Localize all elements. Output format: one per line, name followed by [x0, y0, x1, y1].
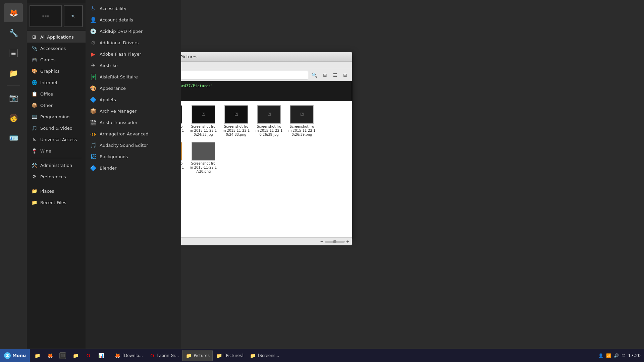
file-item-f13[interactable]: Screenshot from 2015-11-22 17:20.png: [188, 141, 218, 175]
terminal-taskbar-icon: ⬛: [59, 352, 66, 359]
zorin-logo-icon: Z: [4, 352, 11, 359]
cat-universal[interactable]: ♿ Universal Access: [27, 134, 86, 145]
additionaldrivers-icon: ⚙️: [90, 39, 97, 46]
app-item-aristatranscoder[interactable]: 🎬Arista Transcoder: [86, 117, 181, 128]
file-thumb-f5: 🖥: [192, 105, 215, 124]
app-item-blender[interactable]: 🔷Blender: [86, 162, 181, 174]
universal-icon: ♿: [31, 136, 38, 143]
app-item-aisleriot[interactable]: 🃏AisleRiot Solitaire: [86, 71, 181, 82]
applets-label: Applets: [100, 97, 116, 102]
taskbar-item-opera[interactable]: O: [82, 350, 94, 361]
taskbar-item-screens[interactable]: 📁 [Screens...: [247, 350, 282, 361]
wine-icon: 🍷: [31, 147, 38, 154]
screen-thumb-1[interactable]: ◼◼◼: [30, 5, 62, 27]
file-item-f8[interactable]: 🖥Screenshot from 2015-11-22 10:26:39.png: [287, 104, 317, 138]
app-sidebar-firefox[interactable]: 🦊: [4, 3, 23, 22]
cat-office[interactable]: 📋 Office: [27, 88, 86, 100]
internet-icon: 🌐: [31, 79, 38, 86]
desktop: 🖼️ 131788.jpg ⚙️ Ubuntu Tweak _ □ × Pict…: [0, 0, 644, 362]
opera-icon: O: [85, 352, 92, 359]
taskbar-item-firefox[interactable]: 🦊: [44, 350, 56, 361]
cat-administration[interactable]: 🛠️ Administration: [27, 160, 86, 171]
list-view-button[interactable]: ☰: [330, 70, 340, 80]
cat-graphics[interactable]: 🎨 Graphics: [27, 65, 86, 77]
cat-places[interactable]: 📁 Places: [27, 185, 86, 197]
adobeflash-label: Adobe Flash Player: [100, 52, 141, 57]
file-name-f7: Screenshot from 2015-11-22 10:26:39.jpg: [255, 125, 283, 137]
acidrip-icon: 💿: [90, 27, 97, 35]
cat-soundvideo[interactable]: 🎵 Sound & Video: [27, 122, 86, 134]
zoom-control: − +: [320, 239, 349, 244]
screen-thumbnails: ◼◼◼ 🔍: [27, 3, 86, 30]
app-item-adobeflash[interactable]: ▶Adobe Flash Player: [86, 48, 181, 60]
file-item-f6[interactable]: 🖥Screenshot from 2015-11-22 10:24:33.png: [221, 104, 251, 138]
taskbar-item-picturesbracket[interactable]: 📁 [Pictures]: [213, 350, 246, 361]
compact-view-button[interactable]: ⊟: [340, 70, 350, 80]
cat-preferences[interactable]: ⚙️ Preferences: [27, 171, 86, 182]
cat-all-applications[interactable]: ⊞ All Applications: [27, 31, 86, 43]
app-sidebar-tools[interactable]: 🔧: [4, 23, 23, 42]
taskbar-item-download[interactable]: 🦊 [Downlo...: [111, 350, 146, 361]
cat-internet[interactable]: 🌐 Internet: [27, 77, 86, 88]
app-sidebar-card[interactable]: 🪪: [4, 128, 23, 147]
app-sidebar-folder[interactable]: 📁: [4, 64, 23, 82]
app-item-applets[interactable]: 🔷Applets: [86, 94, 181, 105]
app-item-acidrip[interactable]: 💿AcidRip DVD Ripper: [86, 25, 181, 37]
cat-wine[interactable]: 🍷 Wine: [27, 145, 86, 157]
card-icon: 🪪: [9, 134, 18, 142]
app-sidebar-person[interactable]: 🧑: [4, 108, 23, 127]
screen-thumb-2[interactable]: 🔍: [64, 5, 83, 27]
file-item-f5[interactable]: 🖥Screenshot from 2015-11-22 10:24:33.jpg: [188, 104, 218, 138]
taskbar-item-terminal-btn[interactable]: ⬛: [57, 350, 69, 361]
zoom-plus-button[interactable]: +: [346, 239, 349, 244]
file-thumb-inner-f6: 🖥: [225, 106, 248, 123]
file-thumb-f8: 🖥: [290, 105, 314, 124]
app-sidebar-monitor[interactable]: 📷: [4, 88, 23, 107]
search-button[interactable]: 🔍: [310, 70, 319, 80]
user-icon: 👤: [598, 353, 603, 358]
taskbar-right: 👤 📶 🔊 🛡 17:20: [595, 349, 644, 362]
taskbar-items: 📁 🦊 ⬛ 📁 O 📊 🦊 [Downlo...: [30, 349, 595, 362]
app-item-accountdetails[interactable]: 👤Account details: [86, 14, 181, 25]
administration-icon: 🛠️: [31, 162, 38, 169]
cat-games[interactable]: 🎮 Games: [27, 54, 86, 65]
taskbar-item-files[interactable]: 📁: [31, 350, 43, 361]
app-item-appearance[interactable]: 🎨Appearance: [86, 82, 181, 94]
app-item-archivemanager[interactable]: 📦Archive Manager: [86, 105, 181, 117]
download-icon: 🦊: [114, 352, 121, 359]
audacity-label: Audacity Sound Editor: [100, 143, 148, 148]
firefox-taskbar-icon: 🦊: [47, 352, 53, 359]
taskbar-item-multiload[interactable]: 📊: [95, 350, 107, 361]
airstrike-icon: ✈: [90, 62, 97, 69]
aristatranscoder-label: Arista Transcoder: [100, 120, 138, 125]
app-item-backgrounds[interactable]: 🖼Backgrounds: [86, 151, 181, 162]
cat-recentfiles[interactable]: 📁 Recent Files: [27, 197, 86, 208]
file-item-f7[interactable]: 🖥Screenshot from 2015-11-22 10:26:39.jpg: [254, 104, 284, 138]
zoom-thumb[interactable]: [333, 240, 336, 243]
app-sidebar-terminal[interactable]: ▬: [4, 44, 23, 62]
taskbar: Z Menu 📁 🦊 ⬛ 📁 O 📊: [0, 349, 644, 362]
taskbar-item-pictures[interactable]: 📁 Pictures: [182, 350, 213, 361]
file-name-f8: Screenshot from 2015-11-22 10:26:39.png: [288, 125, 316, 137]
archivemanager-label: Archive Manager: [100, 109, 137, 114]
zoom-slider[interactable]: [325, 241, 345, 243]
icon-view-button[interactable]: ⊞: [320, 70, 330, 80]
blender-icon: 🔷: [90, 164, 97, 172]
sidebar-divider: [7, 85, 20, 85]
cat-programming[interactable]: 💻 Programming: [27, 111, 86, 122]
cat-separator-1: [31, 158, 82, 158]
zoom-minus-button[interactable]: −: [320, 239, 323, 244]
other-icon: 📦: [31, 102, 38, 109]
cat-other[interactable]: 📦 Other: [27, 100, 86, 111]
app-item-accessibility[interactable]: ♿Accessibility: [86, 3, 181, 14]
app-item-armagetron[interactable]: 🏎Armagetron Advanced: [86, 128, 181, 139]
app-item-audacity[interactable]: 🎵Audacity Sound Editor: [86, 139, 181, 151]
app-item-airstrike[interactable]: ✈Airstrike: [86, 60, 181, 71]
soundvideo-icon: 🎵: [31, 125, 38, 131]
files-icon: 📁: [34, 352, 41, 359]
taskbar-item-zorinos[interactable]: O [Zorin Gr...: [146, 350, 182, 361]
cat-accessories[interactable]: 📎 Accessories: [27, 43, 86, 54]
taskbar-menu-button[interactable]: Z Menu: [0, 349, 30, 362]
app-item-additionaldrivers[interactable]: ⚙️Additional Drivers: [86, 37, 181, 48]
taskbar-item-files2[interactable]: 📁: [69, 350, 82, 361]
